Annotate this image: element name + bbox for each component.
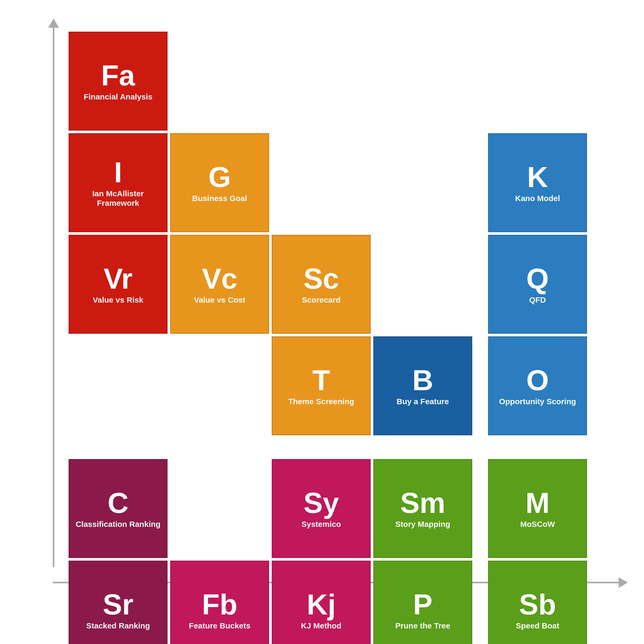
tile-o[interactable]: OOpportunity Scoring [488, 336, 587, 435]
tile-b[interactable]: BBuy a Feature [373, 336, 472, 435]
tile-sb[interactable]: SbSpeed Boat [488, 561, 587, 644]
tile-kj[interactable]: KjKJ Method [272, 561, 371, 644]
tile-sy-abbr: Sy [303, 488, 339, 517]
tile-vc-abbr: Vc [202, 264, 237, 293]
tile-m[interactable]: MMoSCoW [488, 459, 587, 558]
tile-k[interactable]: KKano Model [488, 133, 587, 232]
tile-c-name: Classification Ranking [76, 519, 161, 529]
tile-vr-abbr: Vr [103, 264, 132, 293]
tile-sm[interactable]: SmStory Mapping [373, 459, 472, 558]
tile-vc-name: Value vs Cost [194, 295, 245, 305]
tile-b-name: Buy a Feature [397, 397, 449, 406]
y-axis [53, 26, 54, 567]
tile-sy-name: Systemico [301, 519, 341, 529]
tile-fb-abbr: Fb [202, 590, 237, 619]
tile-sc-name: Scorecard [302, 295, 341, 305]
tile-c[interactable]: CClassification Ranking [69, 459, 168, 558]
tile-sr-name: Stacked Ranking [86, 621, 150, 631]
tile-o-name: Opportunity Scoring [499, 397, 576, 406]
tile-fa[interactable]: FaFinancial Analysis [69, 32, 168, 131]
tiles-area: FaFinancial AnalysisIIan McAllister Fram… [69, 32, 623, 533]
tile-q-abbr: Q [526, 264, 549, 293]
tile-p-abbr: P [413, 590, 432, 619]
tile-sr[interactable]: SrStacked Ranking [69, 561, 168, 644]
tile-sr-abbr: Sr [103, 590, 133, 619]
tile-m-abbr: M [526, 488, 550, 517]
tile-t-abbr: T [312, 366, 330, 395]
tile-sb-abbr: Sb [519, 590, 556, 619]
tile-sc[interactable]: ScScorecard [272, 235, 371, 334]
tile-p-name: Prune the Tree [395, 621, 450, 631]
tile-g[interactable]: GBusiness Goal [170, 133, 269, 232]
tile-kj-name: KJ Method [301, 621, 341, 631]
tile-vc[interactable]: VcValue vs Cost [170, 235, 269, 334]
tile-o-abbr: O [526, 366, 549, 395]
tile-fb[interactable]: FbFeature Buckets [170, 561, 269, 644]
tile-q[interactable]: QQFD [488, 235, 587, 334]
tile-b-abbr: B [412, 366, 433, 395]
tile-fa-name: Financial Analysis [84, 92, 152, 102]
tile-vr[interactable]: VrValue vs Risk [69, 235, 168, 334]
tile-g-abbr: G [208, 163, 231, 192]
tile-k-abbr: K [527, 163, 548, 192]
tile-fa-abbr: Fa [101, 61, 135, 90]
tile-p[interactable]: PPrune the Tree [373, 561, 472, 644]
tile-sb-name: Speed Boat [516, 621, 559, 631]
chart-container: FaFinancial AnalysisIIan McAllister Fram… [0, 0, 644, 644]
tile-fb-name: Feature Buckets [189, 621, 250, 631]
tile-vr-name: Value vs Risk [93, 295, 144, 305]
tile-sm-abbr: Sm [400, 488, 445, 517]
tile-i[interactable]: IIan McAllister Framework [69, 133, 168, 232]
tile-g-name: Business Goal [192, 194, 247, 203]
tile-kj-abbr: Kj [307, 590, 336, 619]
tile-sy[interactable]: SySystemico [272, 459, 371, 558]
tile-q-name: QFD [529, 295, 546, 305]
tile-sm-name: Story Mapping [395, 519, 450, 529]
tile-sc-abbr: Sc [303, 264, 339, 293]
tile-m-name: MoSCoW [520, 519, 555, 529]
tile-c-abbr: C [108, 488, 128, 517]
tile-t-name: Theme Screening [288, 397, 354, 406]
tile-t[interactable]: TTheme Screening [272, 336, 371, 435]
tile-i-name: Ian McAllister Framework [72, 189, 164, 208]
tile-i-abbr: I [114, 158, 122, 187]
tile-k-name: Kano Model [515, 194, 560, 203]
